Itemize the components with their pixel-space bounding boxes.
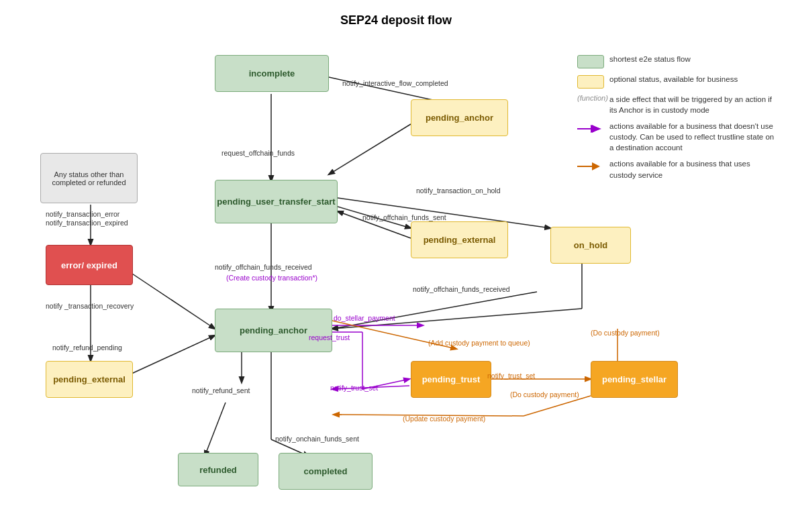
label-update-custody: (Update custody payment) <box>403 415 485 423</box>
node-pending-anchor-mid: pending_anchor <box>215 309 332 352</box>
label-notify-interactive: notify_interactive_flow_completed <box>342 79 448 87</box>
label-request-offchain: request_offchain_funds <box>221 149 295 157</box>
legend-yellow-text: optional status, available for business <box>609 74 738 85</box>
label-notify-transaction-expired: notify_transaction_expired <box>46 219 128 227</box>
legend: shortest e2e status flow optional status… <box>577 54 779 186</box>
legend-orange-arrow <box>577 160 604 173</box>
legend-item-green: shortest e2e status flow <box>577 54 779 68</box>
node-pending-user-transfer-start: pending_user_transfer_start <box>215 180 338 223</box>
label-notify-offchain-sent-top: notify_offchain_funds_sent <box>362 213 446 221</box>
node-pending-external-top: pending_external <box>411 221 508 258</box>
svg-line-24 <box>124 268 215 329</box>
legend-orange-text: actions available for a business that us… <box>609 158 779 180</box>
label-notify-refund-sent: notify_refund_sent <box>192 386 250 394</box>
legend-green-text: shortest e2e status flow <box>609 54 691 64</box>
node-pending-anchor-top: pending_anchor <box>411 99 508 136</box>
legend-item-orange: actions available for a business that us… <box>577 158 779 180</box>
legend-yellow-box <box>577 75 604 89</box>
node-pending-external-bot: pending_external <box>46 361 133 398</box>
label-add-custody: (Add custody payment to queue) <box>428 339 530 348</box>
legend-function-label: (function) <box>577 94 604 102</box>
label-notify-offchain-received-right: notify_offchain_funds_received <box>413 285 510 293</box>
label-notify-onchain: notify_onchain_funds_sent <box>275 435 359 443</box>
legend-purple-text: actions available for a business that do… <box>609 121 779 153</box>
label-notify-refund-pending: notify_refund_pending <box>52 343 122 352</box>
svg-line-1 <box>329 124 411 174</box>
label-notify-trust-left: notify_trust_set <box>330 384 378 392</box>
svg-line-9 <box>332 292 537 329</box>
diagram-title: SEP24 deposit flow <box>0 13 792 28</box>
label-do-custody-top: (Do custody payment) <box>591 329 660 337</box>
svg-line-23 <box>205 403 226 456</box>
node-incomplete: incomplete <box>215 55 329 92</box>
node-any-status: Any status other than completed or refun… <box>40 153 138 203</box>
legend-green-box <box>577 55 604 68</box>
label-notify-transaction-recovery: notify _transaction_recovery <box>46 302 134 310</box>
label-create-custody: (Create custody transaction*) <box>226 274 317 282</box>
label-request-trust: request_trust <box>309 333 350 341</box>
legend-item-function: (function) a side effect that will be tr… <box>577 94 779 115</box>
legend-item-yellow: optional status, available for business <box>577 74 779 89</box>
label-do-custody-bot: (Do custody payment) <box>510 390 579 398</box>
node-completed: completed <box>279 453 373 490</box>
node-pending-stellar: pending_stellar <box>591 361 678 398</box>
legend-item-purple: actions available for a business that do… <box>577 121 779 153</box>
node-pending-trust: pending_trust <box>411 361 491 398</box>
legend-function-text: a side effect that will be triggered by … <box>609 94 779 115</box>
node-on-hold: on_hold <box>550 227 631 264</box>
label-notify-trust-right: notify_trust_set <box>487 372 535 380</box>
node-error-expired: error/ expired <box>46 245 133 285</box>
label-notify-transaction-error: notify_transaction_error <box>46 210 119 218</box>
node-refunded: refunded <box>178 453 258 486</box>
svg-line-27 <box>124 335 215 377</box>
svg-line-18 <box>524 396 591 416</box>
label-notify-offchain-received-left: notify_offchain_funds_received <box>215 263 312 271</box>
diagram-container: SEP24 deposit flow <box>0 0 792 532</box>
label-do-stellar: do_stellar_payment <box>334 314 395 322</box>
legend-purple-arrow <box>577 122 604 136</box>
label-notify-transaction-on-hold: notify_transaction_on_hold <box>416 187 501 195</box>
